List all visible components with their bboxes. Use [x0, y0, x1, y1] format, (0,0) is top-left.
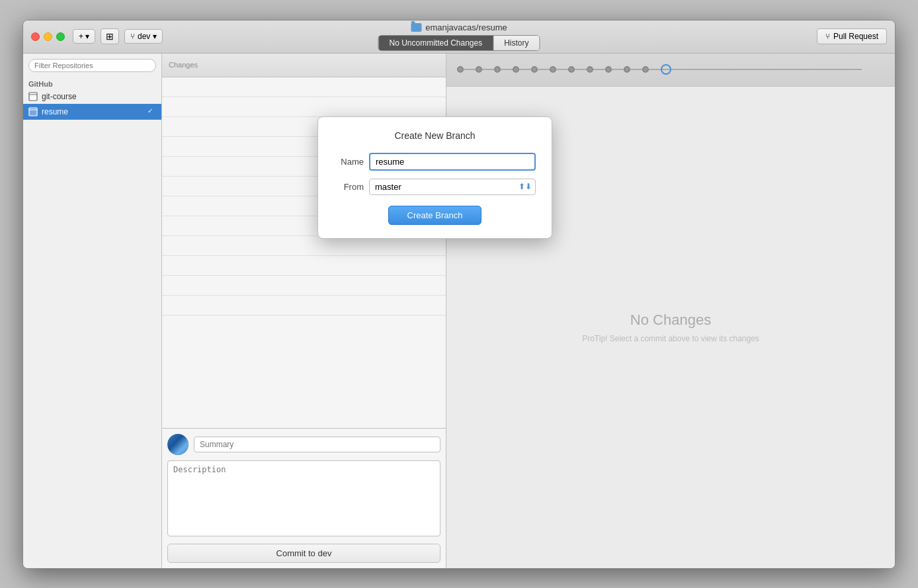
sidebar: GitHub git-course resume ✓: [23, 54, 162, 568]
sidebar-section-github: GitHub: [23, 77, 161, 89]
maximize-button[interactable]: [56, 32, 65, 41]
svg-rect-2: [29, 108, 37, 116]
tab-uncommitted[interactable]: No Uncommitted Changes: [378, 36, 493, 50]
sidebar-item-git-course-label: git-course: [42, 92, 77, 101]
modal-actions: Create Branch: [334, 206, 536, 225]
commit-dot-8[interactable]: [587, 66, 593, 73]
repo-icon-git-course: [28, 92, 38, 101]
modal-name-row: Name: [334, 153, 536, 171]
modal-from-row: From master dev main ⬆⬇: [334, 179, 536, 195]
window-title: emanjavacas/resume: [411, 22, 507, 32]
commit-graph-area: [446, 54, 895, 87]
window-title-text: emanjavacas/resume: [425, 22, 507, 32]
branch-icon: ⑂: [130, 32, 135, 41]
traffic-lights: [31, 32, 65, 41]
sidebar-toggle-icon: ⊞: [106, 31, 114, 42]
folder-icon: [411, 23, 421, 32]
modal-overlay: Create New Branch Name From master dev m…: [162, 54, 446, 568]
branch-name-input[interactable]: [369, 153, 536, 171]
pull-request-icon: ⑂: [825, 32, 830, 41]
sidebar-item-git-course[interactable]: git-course: [23, 89, 161, 104]
modal-from-wrapper: master dev main ⬆⬇: [369, 179, 536, 195]
filter-repos-input[interactable]: [28, 59, 156, 72]
commit-dot-10[interactable]: [624, 66, 630, 73]
title-bar-right: ⑂ Pull Request: [817, 28, 887, 44]
pull-request-label: Pull Request: [833, 32, 878, 41]
modal-name-label: Name: [334, 157, 364, 167]
branch-dropdown-arrow: ▾: [153, 32, 157, 41]
add-button[interactable]: + ▾: [73, 29, 95, 44]
tab-group: No Uncommitted Changes History: [378, 35, 540, 51]
branch-selector-button[interactable]: ⑂ dev ▾: [124, 29, 163, 44]
resume-checkbox-selected: ✓: [146, 106, 156, 117]
title-bar-left: + ▾ ⊞ ⑂ dev ▾: [73, 28, 163, 44]
modal-from-label: From: [334, 182, 364, 192]
minimize-button[interactable]: [44, 32, 52, 41]
commit-dot-9[interactable]: [605, 66, 612, 73]
commit-dots: [457, 64, 671, 75]
commit-dot-2[interactable]: [476, 66, 482, 73]
sidebar-item-resume[interactable]: resume ✓: [23, 104, 161, 120]
commit-dot-6[interactable]: [550, 66, 556, 73]
commit-dot-11[interactable]: [642, 66, 649, 73]
commit-dot-5[interactable]: [531, 66, 538, 73]
title-bar: + ▾ ⊞ ⑂ dev ▾ emanjavacas/resume No Unco…: [23, 21, 895, 54]
branch-name-label: dev: [138, 32, 150, 41]
commit-dot-3[interactable]: [494, 66, 501, 73]
tab-history[interactable]: History: [493, 36, 539, 50]
commit-dot-7[interactable]: [568, 66, 575, 73]
sidebar-toggle-button[interactable]: ⊞: [101, 28, 119, 44]
no-changes-sub: ProTip! Select a commit above to view it…: [582, 334, 759, 343]
pull-request-button[interactable]: ⑂ Pull Request: [817, 28, 887, 44]
no-changes-title: No Changes: [630, 312, 711, 329]
commit-dot-active[interactable]: [661, 64, 671, 75]
commit-dot-4[interactable]: [513, 66, 519, 73]
repo-icon-resume: [28, 107, 38, 116]
svg-rect-0: [29, 93, 37, 101]
create-branch-dialog: Create New Branch Name From master dev m…: [317, 116, 552, 239]
changes-panel: Changes: [162, 54, 446, 568]
create-branch-button[interactable]: Create Branch: [388, 206, 482, 225]
plus-icon: +: [79, 32, 83, 41]
sidebar-item-resume-label: resume: [42, 107, 68, 116]
close-button[interactable]: [31, 32, 40, 41]
add-button-arrow: ▾: [85, 32, 89, 41]
modal-title: Create New Branch: [334, 130, 536, 141]
title-bar-center: emanjavacas/resume No Uncommitted Change…: [378, 22, 540, 51]
app-window: + ▾ ⊞ ⑂ dev ▾ emanjavacas/resume No Unco…: [22, 20, 896, 569]
main-content: GitHub git-course resume ✓: [23, 54, 895, 568]
branch-from-select[interactable]: master dev main: [369, 179, 536, 195]
commit-dot-1[interactable]: [457, 66, 464, 73]
